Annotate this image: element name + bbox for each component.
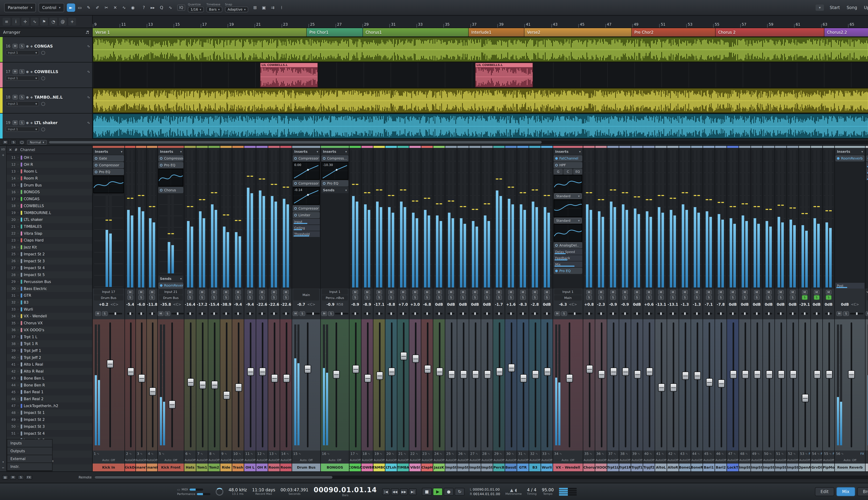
solo-button[interactable]: S [496,295,502,300]
pan-slider[interactable] [495,313,502,315]
volume-value[interactable]: -16.4 [185,303,195,307]
volume-value[interactable]: 0dB [765,303,773,307]
fader-cap[interactable] [544,367,551,376]
automation-mode[interactable]: AutoOff [691,457,703,464]
mixer-strip[interactable]: MS0dB25∿AutoOffImpSt [445,146,457,471]
mute-button[interactable]: M [283,290,289,295]
mute-button[interactable]: M [321,311,327,316]
mute-button[interactable]: M [138,290,144,295]
pencil-tool[interactable]: ✎ [84,3,93,12]
tools-icon[interactable]: ✛ [21,18,29,25]
mute-button[interactable]: M [778,290,784,295]
param-row[interactable]: Input [866,162,868,168]
automation-mode[interactable]: AutoOff [232,457,244,464]
pan-slider[interactable] [670,313,676,315]
mute-button[interactable]: M [223,290,229,295]
fader-cap[interactable] [532,370,539,379]
strip-name[interactable]: Tom2 [208,464,220,471]
pan-slider[interactable] [376,313,382,315]
volume-value[interactable]: -22.6 [281,303,291,307]
mixer-strip[interactable]: MS-2.832∿AutoOffB3 [529,146,541,471]
strip-name[interactable]: SnareB [147,464,157,471]
pan-slider[interactable] [544,313,550,315]
automation-mode[interactable]: AutoOff [727,457,739,464]
fader-cap[interactable] [388,367,395,376]
mute-button[interactable]: M [376,290,382,295]
mixer-scrollbar[interactable] [95,476,868,479]
volume-value[interactable]: -15.4 [209,303,219,307]
strip-name[interactable]: ImpSt [445,464,457,471]
fader-zone[interactable] [409,319,421,451]
fader-zone[interactable] [583,319,595,451]
volume-value[interactable]: 0dB [753,303,761,307]
tempo-block[interactable]: 95.00Tempo [542,488,554,496]
mute-button[interactable]: M [12,44,18,48]
pan-slider[interactable] [519,313,526,315]
track-lane[interactable] [93,37,868,62]
automation-mode[interactable]: AutoOff [739,457,751,464]
io-slot[interactable]: Input 21 [159,289,183,295]
solo-button[interactable]: S [436,295,442,300]
volume-icon[interactable]: ◖ [515,488,517,492]
track-header[interactable]: 17MS●◆COWBELLS∿Input 1▾◯ [0,62,93,88]
pan-slider[interactable] [222,313,229,315]
volume-value[interactable]: -8.9 [363,303,371,307]
solo-button[interactable]: S [754,295,760,300]
mixer-strip[interactable]: MS-1.344∿AutoOffBoneR [691,146,703,471]
fader-cap[interactable] [658,383,665,392]
pan-slider[interactable] [753,313,760,315]
automation-mode[interactable]: AutoOff [715,457,727,464]
fader-cap[interactable] [754,370,761,379]
fader-cap[interactable] [598,370,605,379]
strip-name[interactable]: JazzK [433,464,445,471]
volume-value[interactable]: -9.4 [246,303,254,307]
fader-zone[interactable] [184,319,196,451]
power-icon[interactable] [160,157,162,160]
wrench-icon[interactable]: ✛ [2,154,4,157]
automation-mode[interactable]: AutoOff [667,457,678,464]
fader-cap[interactable] [187,378,194,386]
fader-cap[interactable] [742,370,749,379]
volume-value[interactable]: -35.8 [161,303,171,307]
mixer-strip[interactable]: MS-0.938∿AutoOffTrpt1R [619,146,631,471]
solo-button[interactable]: S [19,69,24,74]
io-slot[interactable]: Drum Bus [94,295,123,301]
volume-value[interactable]: -1.3 [693,303,701,307]
fader-cap[interactable] [304,365,311,373]
strip-name[interactable]: ImpSt [775,464,786,471]
fader-cap[interactable] [333,370,340,379]
insert-item[interactable]: Chorus [158,187,183,193]
automation-mode[interactable]: AutoOff [374,457,385,464]
volume-value[interactable]: 0dB [483,303,491,307]
pan-slider[interactable] [235,313,241,315]
channel-row[interactable]: 51◦Impact St 4 [7,430,92,437]
volume-value[interactable]: -8.3 [519,303,527,307]
automation-mode[interactable]: AutoOff [775,457,786,464]
fader-zone[interactable] [751,319,763,451]
solo-button[interactable]: S [742,295,748,300]
pan-value[interactable]: <C> [307,303,315,306]
fader-cap[interactable] [211,381,218,389]
automation-mode[interactable]: AutoOff [583,457,595,464]
automation-mode[interactable]: AutoOff [244,457,256,464]
fader-zone[interactable] [244,319,256,451]
mute-button[interactable]: M [814,290,820,295]
parameter-dropdown[interactable]: Parameter▾ [4,3,36,12]
automation-mode[interactable]: AutoOff [280,457,292,464]
quantize-icon[interactable]: Q [158,3,166,12]
fader-zone[interactable] [655,319,667,451]
global-mute-button[interactable]: M [2,140,8,145]
mixer-strip[interactable]: MS-22.612∿AutoOffOH R [256,146,268,471]
fader-zone[interactable] [397,319,409,451]
volume-value[interactable]: -38.9 [221,303,231,307]
strip-name[interactable]: Trpt1R [619,464,631,471]
solo-filter-button[interactable]: S [18,475,24,480]
fader-zone[interactable] [715,319,727,451]
automation-mode[interactable]: Auto: Off [321,457,349,464]
record-arm-button[interactable]: ● [26,95,29,99]
mute-button[interactable]: M [352,290,358,295]
resize-icon[interactable]: ↔ [2,466,4,469]
return-to-zero-button[interactable]: |◀ [382,488,390,495]
pan-slider[interactable] [447,313,455,315]
mute-button[interactable]: M [634,290,640,295]
